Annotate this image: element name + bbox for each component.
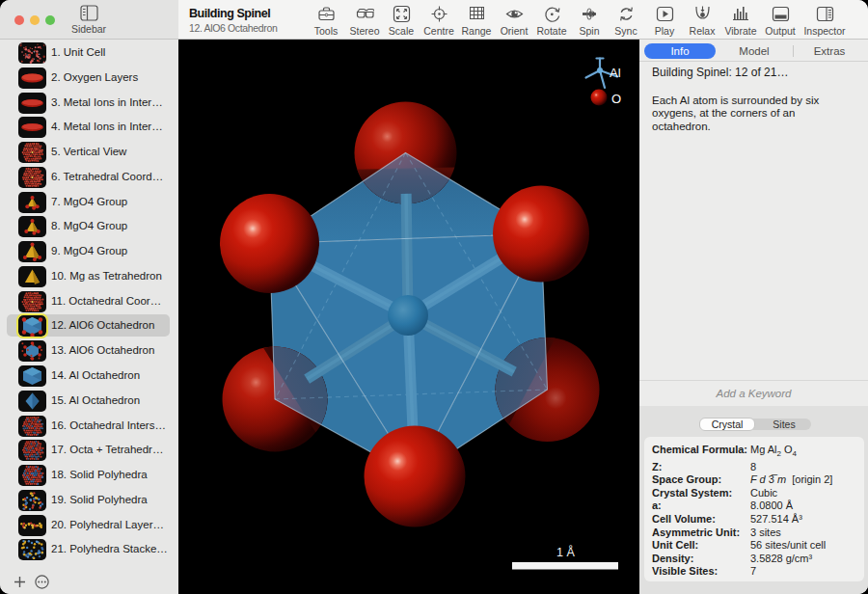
svg-text:O: O: [611, 92, 621, 106]
svg-text:1 Å: 1 Å: [556, 545, 575, 559]
svg-text:Al: Al: [610, 66, 621, 80]
